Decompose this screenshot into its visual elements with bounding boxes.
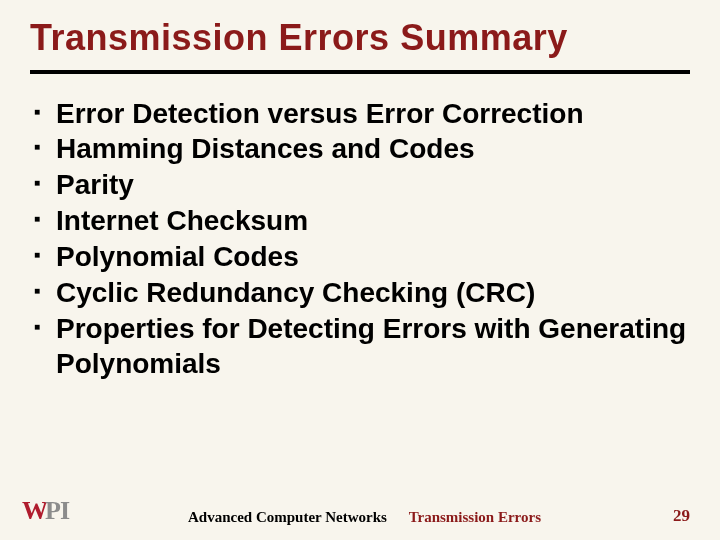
footer-section: Transmission Errors bbox=[409, 509, 541, 525]
list-item: Polynomial Codes bbox=[34, 239, 690, 275]
slide-title: Transmission Errors Summary bbox=[30, 18, 690, 74]
list-item: Properties for Detecting Errors with Gen… bbox=[34, 311, 690, 383]
page-number: 29 bbox=[660, 506, 690, 526]
footer-text: Advanced Computer Networks Transmission … bbox=[69, 509, 660, 526]
slide: Transmission Errors Summary Error Detect… bbox=[0, 0, 720, 540]
wpi-logo: W PI bbox=[22, 496, 69, 526]
list-item: Error Detection versus Error Correction bbox=[34, 96, 690, 132]
slide-footer: W PI Advanced Computer Networks Transmis… bbox=[0, 496, 720, 526]
list-item: Hamming Distances and Codes bbox=[34, 131, 690, 167]
list-item: Parity bbox=[34, 167, 690, 203]
list-item: Cyclic Redundancy Checking (CRC) bbox=[34, 275, 690, 311]
bullet-list: Error Detection versus Error Correction … bbox=[30, 96, 690, 383]
logo-w-letter: W bbox=[22, 496, 47, 526]
footer-course: Advanced Computer Networks bbox=[188, 509, 387, 525]
list-item: Internet Checksum bbox=[34, 203, 690, 239]
logo-pi-letters: PI bbox=[45, 496, 69, 526]
